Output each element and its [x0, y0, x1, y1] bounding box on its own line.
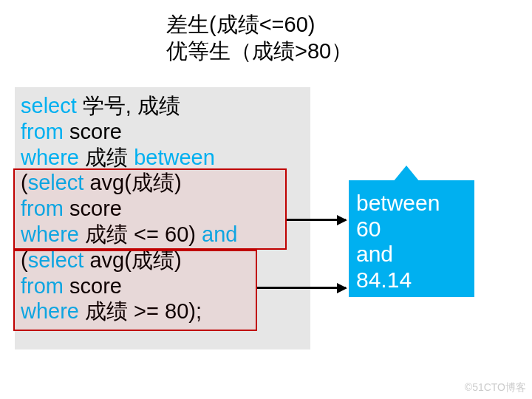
- callout-line-1: between: [356, 191, 467, 216]
- arrow-icon: [257, 287, 346, 289]
- code-line-3: where 成绩 between: [21, 145, 304, 171]
- keyword-between: between: [134, 146, 215, 169]
- highlight-box-subquery-2: [13, 250, 257, 331]
- watermark-text: ©51CTO博客: [465, 381, 526, 395]
- code-line-2: from score: [21, 119, 304, 145]
- slide-title: 差生(成绩<=60) 优等生（成绩>80）: [166, 11, 352, 65]
- title-line-1: 差生(成绩<=60): [166, 11, 352, 38]
- callout-line-2: 60: [356, 216, 467, 242]
- arrow-icon: [287, 219, 346, 221]
- keyword-select: select: [21, 94, 77, 117]
- title-line-2: 优等生（成绩>80）: [166, 38, 352, 64]
- callout-line-3: and: [356, 242, 467, 267]
- keyword-where: where: [21, 146, 79, 169]
- code-line-1: select 学号, 成绩: [21, 93, 304, 119]
- highlight-box-subquery-1: [13, 168, 287, 250]
- keyword-from: from: [21, 120, 64, 143]
- callout-box: between 60 and 84.14: [349, 180, 474, 297]
- callout-line-4: 84.14: [356, 267, 467, 293]
